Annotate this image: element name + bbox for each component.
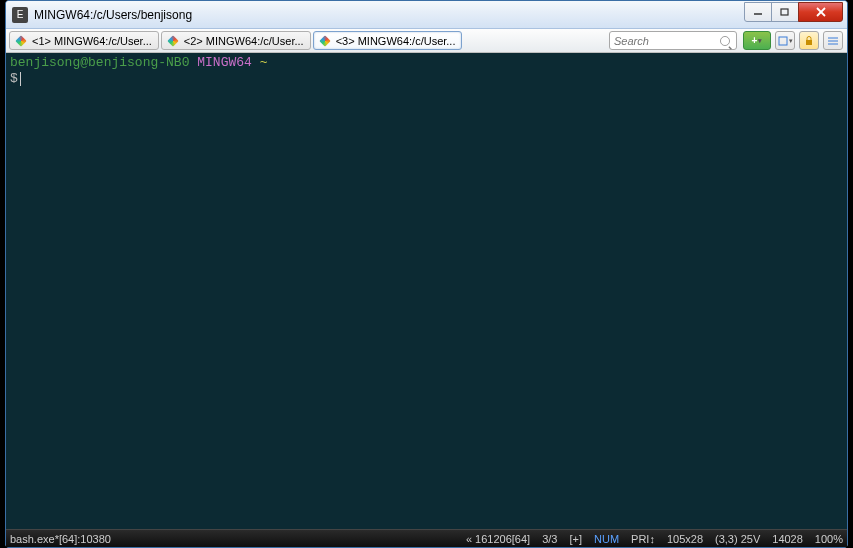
tab-3[interactable]: <3> MINGW64:/c/User... — [313, 31, 463, 50]
tab-label: <1> MINGW64:/c/User... — [32, 35, 152, 47]
search-icon — [720, 36, 730, 46]
window-mode-button[interactable] — [775, 31, 795, 50]
app-icon: E — [12, 7, 28, 23]
app-window: E MINGW64:/c/Users/benjisong <1> MINGW64… — [5, 0, 848, 548]
minimize-button[interactable] — [744, 2, 772, 22]
titlebar[interactable]: E MINGW64:/c/Users/benjisong — [6, 1, 847, 29]
prompt-line: benjisong@benjisong-NB0 MINGW64 ~ — [10, 55, 843, 71]
terminal-area[interactable]: benjisong@benjisong-NB0 MINGW64 ~ $ — [6, 53, 847, 529]
svg-rect-4 — [779, 37, 787, 45]
term-path: ~ — [260, 55, 268, 70]
terminal-icon — [14, 34, 28, 48]
window-title: MINGW64:/c/Users/benjisong — [34, 8, 745, 22]
status-num[interactable]: NUM — [594, 533, 619, 545]
status-pri[interactable]: PRI↕ — [631, 533, 655, 545]
new-console-button[interactable]: + — [743, 31, 771, 50]
status-add[interactable]: [+] — [569, 533, 582, 545]
status-size: 105x28 — [667, 533, 703, 545]
tab-2[interactable]: <2> MINGW64:/c/User... — [161, 31, 311, 50]
window-controls — [745, 2, 843, 22]
toolbar: <1> MINGW64:/c/User... <2> MINGW64:/c/Us… — [6, 29, 847, 53]
lock-button[interactable] — [799, 31, 819, 50]
term-env: MINGW64 — [197, 55, 252, 70]
cursor — [20, 72, 21, 86]
status-process: bash.exe*[64]:10380 — [10, 533, 111, 545]
search-input[interactable] — [614, 35, 718, 47]
tab-label: <2> MINGW64:/c/User... — [184, 35, 304, 47]
terminal-icon — [166, 34, 180, 48]
svg-rect-1 — [781, 9, 788, 15]
input-line: $ — [10, 71, 843, 87]
status-pid: 14028 — [772, 533, 803, 545]
tab-1[interactable]: <1> MINGW64:/c/User... — [9, 31, 159, 50]
status-session[interactable]: « 161206[64] — [466, 533, 530, 545]
svg-rect-5 — [806, 40, 812, 45]
term-host: benjisong-NB0 — [88, 55, 189, 70]
status-zoom[interactable]: 100% — [815, 533, 843, 545]
search-box[interactable] — [609, 31, 737, 50]
maximize-button[interactable] — [771, 2, 799, 22]
statusbar: bash.exe*[64]:10380 « 161206[64] 3/3 [+]… — [6, 529, 847, 547]
status-consoles[interactable]: 3/3 — [542, 533, 557, 545]
close-button[interactable] — [798, 2, 843, 22]
status-cursor: (3,3) 25V — [715, 533, 760, 545]
term-prompt: $ — [10, 71, 18, 86]
settings-button[interactable] — [823, 31, 843, 50]
terminal-icon — [318, 34, 332, 48]
tab-label: <3> MINGW64:/c/User... — [336, 35, 456, 47]
term-user: benjisong — [10, 55, 80, 70]
